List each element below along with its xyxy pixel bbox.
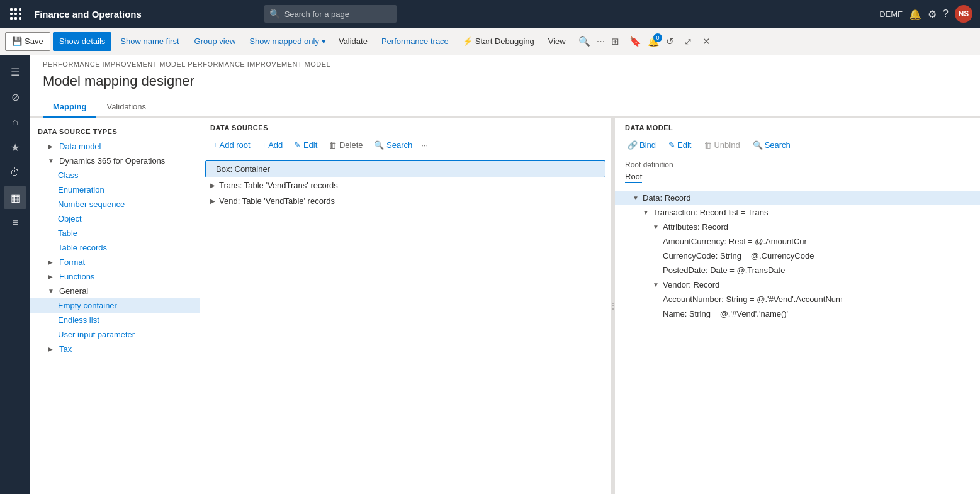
search-ds-button[interactable]: 🔍 Search <box>369 138 417 152</box>
layout-icon[interactable]: ⊞ <box>607 33 623 50</box>
apps-icon[interactable] <box>8 6 24 22</box>
dst-format[interactable]: ▶ Format <box>30 255 200 269</box>
debug-icon: ⚡ <box>463 36 473 46</box>
dm-data-record-arrow: ▼ <box>633 194 640 201</box>
view-label: View <box>548 36 566 46</box>
ds-item-vend[interactable]: ▶ Vend: Table 'VendTable' records <box>200 193 611 209</box>
dm-vendor[interactable]: ▼ Vendor: Record <box>615 278 980 292</box>
root-def-label: Root definition <box>625 160 970 169</box>
breadcrumb: PERFORMANCE IMPROVEMENT MODEL PERFORMANC… <box>30 55 980 70</box>
dm-name[interactable]: Name: String = @.'#Vend'.'name()' <box>615 306 980 321</box>
dm-currency-code[interactable]: CurrencyCode: String = @.CurrencyCode <box>615 249 980 263</box>
dst-enumeration[interactable]: Enumeration <box>30 182 200 197</box>
edit-dm-icon: ✎ <box>668 140 675 150</box>
top-search-input[interactable] <box>264 5 397 23</box>
add-root-button[interactable]: + Add root <box>208 138 256 152</box>
sidebar-filter-icon[interactable]: ⊘ <box>4 86 26 108</box>
group-view-label: Group view <box>194 36 236 46</box>
sidebar-hamburger-icon[interactable]: ☰ <box>4 60 26 83</box>
unbind-button[interactable]: 🗑 Unbind <box>699 138 745 152</box>
top-search-wrapper: 🔍 <box>264 5 642 23</box>
dm-attributes[interactable]: ▼ Attributes: Record <box>615 220 980 234</box>
user-avatar[interactable]: NS <box>955 5 972 23</box>
sidebar-recent-icon[interactable]: ⏱ <box>4 161 26 184</box>
validate-button[interactable]: Validate <box>334 34 373 48</box>
unbind-icon: 🗑 <box>704 140 712 150</box>
dst-table-records[interactable]: Table records <box>30 240 200 255</box>
dm-vendor-label: Vendor: Record <box>663 280 719 289</box>
search-toolbar-icon[interactable]: 🔍 <box>575 33 594 50</box>
more-icon[interactable]: ··· <box>597 36 605 47</box>
delete-button[interactable]: 🗑 Delete <box>324 138 368 152</box>
performance-trace-button[interactable]: Performance trace <box>375 32 455 51</box>
ds-item-trans-label: Trans: Table 'VendTrans' records <box>219 181 338 190</box>
dst-data-model[interactable]: ▶ Data model <box>30 139 200 154</box>
dst-table[interactable]: Table <box>30 226 200 240</box>
dst-user-input-label: User input parameter <box>58 330 135 339</box>
left-sidebar: ☰ ⊘ ⌂ ★ ⏱ ▦ ≡ <box>0 55 30 494</box>
dst-functions[interactable]: ▶ Functions <box>30 269 200 284</box>
dm-transaction[interactable]: ▼ Transaction: Record list = Trans <box>615 205 980 220</box>
expand-icon[interactable]: ⤢ <box>680 33 696 50</box>
dst-d365[interactable]: ▼ Dynamics 365 for Operations <box>30 154 200 168</box>
bell-icon[interactable]: 🔔 <box>909 8 921 20</box>
performance-trace-label: Performance trace <box>381 36 449 46</box>
tab-mapping[interactable]: Mapping <box>43 97 96 118</box>
show-name-first-button[interactable]: Show name first <box>114 32 185 51</box>
dm-data-record-label: Data: Record <box>643 193 691 203</box>
ds-item-trans[interactable]: ▶ Trans: Table 'VendTrans' records <box>200 177 611 193</box>
bookmark-icon[interactable]: 🔖 <box>626 33 645 50</box>
dm-account-number-label: AccountNumber: String = @.'#Vend'.Accoun… <box>663 295 843 304</box>
sidebar-home-icon[interactable]: ⌂ <box>4 111 26 133</box>
dm-transaction-label: Transaction: Record list = Trans <box>653 208 768 217</box>
save-button[interactable]: 💾 Save <box>5 32 50 51</box>
sidebar-list-icon[interactable]: ≡ <box>4 211 26 234</box>
bind-button[interactable]: 🔗 Bind <box>622 138 661 152</box>
ds-item-box[interactable]: Box: Container <box>205 160 605 177</box>
top-bar: Finance and Operations 🔍 DEMF 🔔 ⚙ ? NS <box>0 0 980 28</box>
dst-general-arrow: ▼ <box>48 288 55 295</box>
show-details-button[interactable]: Show details <box>53 32 112 51</box>
dst-tax[interactable]: ▶ Tax <box>30 342 200 356</box>
data-sources-header: DATA SOURCES <box>200 118 611 135</box>
sidebar-calendar-icon[interactable]: ▦ <box>4 186 26 209</box>
view-button[interactable]: View <box>542 32 572 51</box>
dst-number-sequence[interactable]: Number sequence <box>30 197 200 211</box>
start-debugging-button[interactable]: ⚡ Start Debugging <box>458 34 539 48</box>
group-view-button[interactable]: Group view <box>188 32 242 51</box>
add-button[interactable]: + Add <box>257 138 288 152</box>
dm-amount-currency[interactable]: AmountCurrency: Real = @.AmountCur <box>615 234 980 249</box>
dst-class[interactable]: Class <box>30 168 200 182</box>
save-icon: 💾 <box>12 36 22 46</box>
dst-functions-arrow: ▶ <box>48 273 55 280</box>
search-dm-button[interactable]: 🔍 Search <box>748 138 796 152</box>
dst-number-sequence-label: Number sequence <box>58 199 125 209</box>
dm-data-record[interactable]: ▼ Data: Record <box>615 191 980 205</box>
root-definition: Root definition Root <box>615 155 980 188</box>
dm-posted-date-label: PostedDate: Date = @.TransDate <box>663 266 785 275</box>
show-mapped-only-button[interactable]: Show mapped only ▾ <box>244 34 331 48</box>
dst-endless-list[interactable]: Endless list <box>30 313 200 327</box>
more-ds-icon[interactable]: ··· <box>419 138 431 152</box>
dst-user-input[interactable]: User input parameter <box>30 327 200 342</box>
dm-account-number[interactable]: AccountNumber: String = @.'#Vend'.Accoun… <box>615 292 980 306</box>
dst-general[interactable]: ▼ General <box>30 284 200 298</box>
edit-dm-button[interactable]: ✎ Edit <box>663 138 696 152</box>
settings-icon[interactable]: ⚙ <box>928 8 937 20</box>
dst-class-label: Class <box>58 171 79 180</box>
refresh-icon[interactable]: ↺ <box>662 33 678 50</box>
tab-validations[interactable]: Validations <box>96 97 156 118</box>
dm-posted-date[interactable]: PostedDate: Date = @.TransDate <box>615 263 980 278</box>
dst-format-label: Format <box>59 257 85 267</box>
dst-empty-container[interactable]: Empty container <box>30 298 200 313</box>
data-source-types-panel: DATA SOURCE TYPES ▶ Data model ▼ Dynamic… <box>30 118 200 494</box>
help-icon[interactable]: ? <box>943 8 949 20</box>
dst-object[interactable]: Object <box>30 211 200 226</box>
dm-attributes-arrow: ▼ <box>653 223 660 230</box>
search-dm-icon: 🔍 <box>753 140 763 150</box>
dm-vendor-arrow: ▼ <box>653 281 660 288</box>
close-icon[interactable]: ✕ <box>699 33 714 50</box>
edit-ds-button[interactable]: ✎ Edit <box>289 138 322 152</box>
sidebar-star-icon[interactable]: ★ <box>4 136 26 159</box>
dst-general-label: General <box>59 286 88 296</box>
